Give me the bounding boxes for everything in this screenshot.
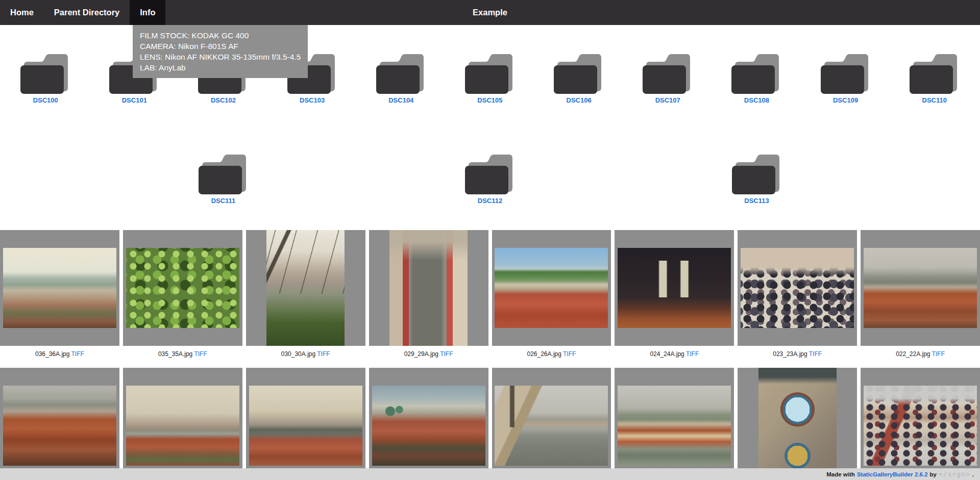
folder-label: DSC106 xyxy=(567,96,592,104)
photo-thumbnail[interactable] xyxy=(246,368,365,480)
folder-item[interactable]: DSC111 xyxy=(180,152,267,205)
photo-cell xyxy=(861,368,980,480)
footer-suffix: . xyxy=(972,471,974,477)
folder-item[interactable]: DSC112 xyxy=(447,152,533,205)
photo-cell: 036_36A.jpg TIFF xyxy=(0,230,119,368)
photo-cell: 026_26A.jpg TIFF xyxy=(492,230,611,368)
photo-thumbnail[interactable] xyxy=(369,368,488,480)
photo-image xyxy=(618,248,731,328)
photo-thumbnail[interactable] xyxy=(738,368,857,480)
photo-thumbnail[interactable] xyxy=(123,230,242,346)
folder-icon xyxy=(554,52,604,94)
photo-image xyxy=(741,248,854,328)
folder-label: DSC103 xyxy=(300,96,325,104)
folder-label: DSC101 xyxy=(122,96,147,104)
photo-image xyxy=(3,386,116,466)
photo-filename: 030_30A.jpg xyxy=(281,350,315,358)
nav-item-parent-directory[interactable]: Parent Directory xyxy=(44,0,130,25)
folder-item[interactable]: DSC108 xyxy=(713,52,800,104)
photo-image xyxy=(372,386,485,466)
nav-item-home[interactable]: Home xyxy=(0,0,44,25)
photo-thumbnail[interactable] xyxy=(0,368,119,480)
thumbnail-grid: 036_36A.jpg TIFF 035_35A.jpg TIFF 030_30… xyxy=(0,230,980,480)
tooltip-line-lab: LAB: AnyLab xyxy=(140,62,301,73)
photo-thumbnail[interactable] xyxy=(123,368,242,480)
photo-cell: 024_24A.jpg TIFF xyxy=(615,230,734,368)
photo-thumbnail[interactable] xyxy=(492,230,611,346)
photo-filename: 029_29A.jpg xyxy=(404,350,438,358)
photo-image xyxy=(126,248,239,328)
tiff-link[interactable]: TIFF xyxy=(809,350,822,358)
photo-cell: 023_23A.jpg TIFF xyxy=(738,230,857,368)
tiff-link[interactable]: TIFF xyxy=(440,350,453,358)
footer-by-text: by xyxy=(930,471,937,477)
folder-label: DSC112 xyxy=(478,197,502,205)
photo-thumbnail[interactable] xyxy=(861,230,980,346)
folder-item[interactable]: DSC109 xyxy=(802,52,889,104)
footer-bar: Made with StaticGalleryBuilder 2.6.2 by … xyxy=(0,468,980,480)
photo-thumbnail[interactable] xyxy=(492,368,611,480)
photo-thumbnail[interactable] xyxy=(369,230,488,346)
folder-label: DSC109 xyxy=(833,96,858,104)
photo-thumbnail[interactable] xyxy=(0,230,119,346)
photo-thumbnail[interactable] xyxy=(615,230,734,346)
nav-item-info[interactable]: Info xyxy=(130,0,165,25)
folder-item[interactable]: DSC104 xyxy=(358,52,445,104)
folder-item[interactable]: DSC110 xyxy=(891,52,978,104)
builder-version-link[interactable]: StaticGalleryBuilder 2.6.2 xyxy=(857,471,928,477)
tiff-link[interactable]: TIFF xyxy=(317,350,330,358)
folder-label: DSC110 xyxy=(922,96,947,104)
srgn-logo[interactable]: </srgn> xyxy=(939,470,970,478)
photo-filename: 024_24A.jpg xyxy=(650,350,684,358)
folder-label: DSC102 xyxy=(211,96,236,104)
photo-filename: 026_26A.jpg xyxy=(527,350,561,358)
photo-cell xyxy=(738,368,857,480)
tiff-link[interactable]: TIFF xyxy=(71,350,84,358)
photo-cell xyxy=(492,368,611,480)
photo-cell: 030_30A.jpg TIFF xyxy=(246,230,365,368)
photo-thumbnail[interactable] xyxy=(246,230,365,346)
photo-image xyxy=(389,230,468,346)
tiff-link[interactable]: TIFF xyxy=(686,350,699,358)
photo-filename: 023_23A.jpg xyxy=(773,350,807,358)
photo-caption: 035_35A.jpg TIFF xyxy=(123,346,242,368)
photo-caption: 023_23A.jpg TIFF xyxy=(738,346,857,368)
folder-label: DSC100 xyxy=(33,96,58,104)
photo-image xyxy=(618,386,731,466)
photo-image xyxy=(864,248,977,328)
folder-icon xyxy=(821,52,871,94)
photo-thumbnail[interactable] xyxy=(615,368,734,480)
photo-thumbnail[interactable] xyxy=(738,230,857,346)
top-nav: Home Parent Directory Info Example xyxy=(0,0,980,25)
photo-image xyxy=(495,386,608,466)
photo-image xyxy=(266,230,345,346)
folder-label: DSC113 xyxy=(744,197,769,205)
photo-caption: 030_30A.jpg TIFF xyxy=(246,346,365,368)
photo-cell: 029_29A.jpg TIFF xyxy=(369,230,488,368)
photo-cell: 022_22A.jpg TIFF xyxy=(861,230,980,368)
folder-item[interactable]: DSC107 xyxy=(624,52,711,104)
tooltip-line-lens: LENS: Nikon AF NIKKOR 35-135mm f/3.5-4.5 xyxy=(140,52,301,62)
photo-cell xyxy=(246,368,365,480)
photo-filename: 022_22A.jpg xyxy=(896,350,930,358)
tiff-link[interactable]: TIFF xyxy=(563,350,576,358)
folder-icon xyxy=(643,52,693,94)
photo-cell xyxy=(123,368,242,480)
folder-item[interactable]: DSC105 xyxy=(447,52,533,104)
photo-image xyxy=(495,248,608,328)
footer-made-with-text: Made with xyxy=(826,471,855,477)
tiff-link[interactable]: TIFF xyxy=(194,350,207,358)
folder-icon xyxy=(465,52,515,94)
info-tooltip: FILM STOCK: KODAK GC 400 CAMERA: Nikon F… xyxy=(133,25,308,78)
tiff-link[interactable]: TIFF xyxy=(932,350,945,358)
folder-icon xyxy=(731,52,781,94)
photo-caption: 024_24A.jpg TIFF xyxy=(615,346,734,368)
folder-label: DSC104 xyxy=(388,96,413,104)
photo-image xyxy=(864,386,977,466)
folder-item[interactable]: DSC106 xyxy=(535,52,622,104)
folder-item[interactable]: DSC100 xyxy=(2,52,89,104)
photo-filename: 035_35A.jpg xyxy=(158,350,192,358)
photo-caption: 022_22A.jpg TIFF xyxy=(861,346,980,368)
photo-thumbnail[interactable] xyxy=(861,368,980,480)
folder-item[interactable]: DSC113 xyxy=(714,152,800,205)
